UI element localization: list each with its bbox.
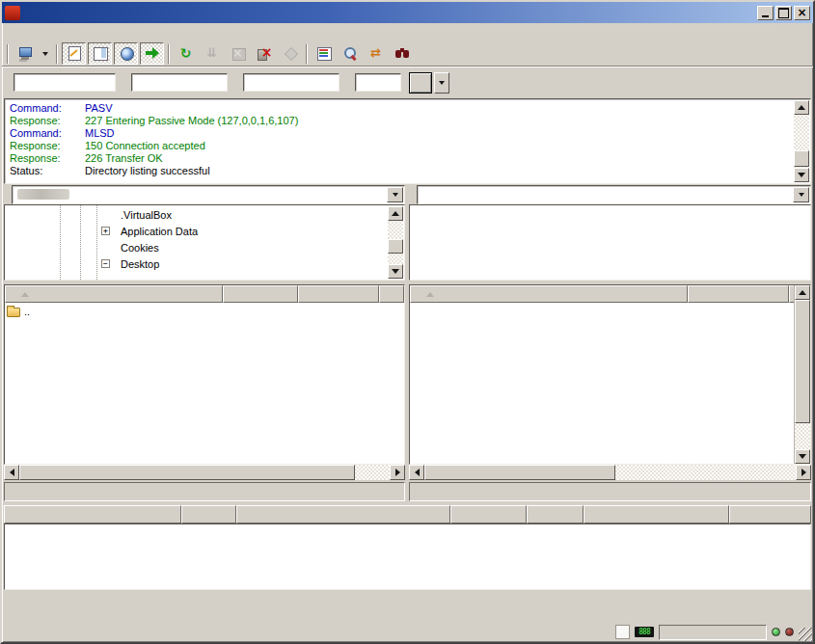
- cancel[interactable]: [226, 42, 250, 65]
- sync-browse[interactable]: [364, 42, 388, 65]
- message-log: Command: PASV Response: 227 Entering Pas…: [4, 98, 811, 184]
- disconnect[interactable]: [252, 42, 276, 65]
- queue-list[interactable]: [4, 523, 811, 590]
- title-bar: [2, 2, 813, 23]
- scroll-left-button[interactable]: [409, 465, 424, 480]
- queue-column-server-local-file[interactable]: [4, 505, 181, 523]
- find[interactable]: [390, 42, 414, 65]
- remote-directory-tree: [409, 204, 811, 281]
- username-input[interactable]: [131, 73, 228, 92]
- file-name: ..: [24, 306, 222, 317]
- log-line-text: MLSD: [85, 127, 115, 140]
- toolbar-icon: [144, 45, 161, 62]
- local-site-row: [4, 184, 405, 204]
- column-header-filename[interactable]: [410, 285, 688, 303]
- queue-column-priority[interactable]: [527, 505, 584, 523]
- port-input[interactable]: [355, 73, 401, 92]
- scroll-up-button[interactable]: [795, 285, 810, 300]
- menu-item[interactable]: [73, 23, 91, 41]
- menu-item[interactable]: [21, 23, 39, 41]
- reconnect[interactable]: [278, 42, 302, 65]
- arrow-down-icon: [798, 173, 805, 181]
- maximize-button[interactable]: [775, 6, 792, 20]
- menu-item[interactable]: [39, 23, 56, 41]
- scrollbar-thumb[interactable]: [424, 465, 615, 480]
- password-input[interactable]: [243, 73, 340, 92]
- local-path-combobox[interactable]: [12, 185, 405, 204]
- tree-item[interactable]: + Application Data: [6, 223, 387, 239]
- filter[interactable]: [312, 42, 336, 65]
- scrollbar-thumb[interactable]: [19, 465, 355, 480]
- tree-item[interactable]: − Desktop: [6, 255, 387, 272]
- scroll-up-button[interactable]: [388, 206, 403, 221]
- tree-expander[interactable]: +: [101, 227, 110, 235]
- site-manager-dropdown[interactable]: [39, 42, 52, 65]
- log-scrollbar[interactable]: [794, 100, 809, 182]
- column-header-filesize[interactable]: [688, 285, 789, 303]
- scroll-right-button[interactable]: [796, 465, 811, 480]
- log-line-label: Command:: [10, 102, 85, 115]
- column-header-filename[interactable]: [5, 285, 223, 303]
- scroll-down-button[interactable]: [794, 168, 809, 182]
- arrow-down-icon: [799, 454, 806, 463]
- column-header-filetype[interactable]: [298, 285, 379, 303]
- scrollbar-thumb[interactable]: [388, 239, 403, 254]
- remote-path-combobox[interactable]: [417, 185, 811, 204]
- remote-vertical-scrollbar[interactable]: [794, 285, 810, 464]
- local-tree-scrollbar[interactable]: [388, 206, 403, 279]
- quickconnect-button[interactable]: [409, 72, 432, 94]
- scroll-down-button[interactable]: [388, 264, 403, 279]
- queue-column-direction[interactable]: [181, 505, 236, 523]
- log-line-label: Response:: [10, 152, 85, 165]
- local-path-dropdown-button[interactable]: [387, 187, 403, 202]
- queue-size-status: [659, 625, 767, 640]
- toggle-queue[interactable]: [140, 42, 164, 65]
- remote-horizontal-scrollbar[interactable]: [409, 465, 811, 480]
- scrollbar-thumb[interactable]: [794, 150, 809, 167]
- quickconnect-dropdown-button[interactable]: [434, 72, 449, 94]
- tree-item[interactable]: .VirtualBox: [6, 206, 387, 223]
- menu-item[interactable]: [56, 23, 73, 41]
- menu-item[interactable]: [91, 23, 108, 41]
- compare[interactable]: [338, 42, 362, 65]
- tree-item[interactable]: Cookies: [6, 239, 387, 255]
- scroll-down-button[interactable]: [795, 449, 810, 464]
- remote-path-dropdown-button[interactable]: [793, 187, 809, 202]
- arrow-right-icon: [395, 469, 404, 476]
- scroll-right-button[interactable]: [390, 465, 405, 480]
- host-input[interactable]: [14, 73, 116, 92]
- process-queue[interactable]: [200, 42, 224, 65]
- scrollbar-thumb[interactable]: [795, 300, 810, 423]
- log-line-label: Command:: [10, 127, 85, 140]
- refresh[interactable]: [174, 42, 198, 65]
- recv-activity-led: [772, 628, 780, 636]
- menu-item[interactable]: [108, 23, 125, 41]
- toggle-remote-tree[interactable]: [114, 42, 138, 65]
- queue-column-remote-file[interactable]: [236, 505, 450, 523]
- close-button[interactable]: [794, 6, 810, 20]
- speed-limits-icon[interactable]: 888: [635, 627, 654, 637]
- menu-item[interactable]: [4, 23, 21, 41]
- local-horizontal-scrollbar[interactable]: [4, 465, 405, 480]
- toggle-local-tree[interactable]: [88, 42, 112, 65]
- minimize-button[interactable]: [757, 6, 774, 20]
- data-type-icon[interactable]: [615, 625, 630, 639]
- resize-grip-icon[interactable]: [799, 628, 812, 641]
- scroll-up-button[interactable]: [794, 100, 809, 115]
- file-type-icon: [7, 308, 20, 317]
- column-header-filesize[interactable]: [223, 285, 298, 303]
- queue-column-size[interactable]: [450, 505, 527, 523]
- toolbar-button: [7, 44, 9, 64]
- scroll-left-button[interactable]: [4, 465, 19, 480]
- site-manager[interactable]: [13, 42, 37, 65]
- toggle-message-log[interactable]: [62, 42, 86, 65]
- tree-expander[interactable]: −: [101, 259, 110, 268]
- queue-column-status[interactable]: [584, 505, 729, 523]
- toolbar-button: [56, 44, 58, 64]
- queue-header: [4, 505, 811, 523]
- arrow-right-icon: [801, 469, 810, 476]
- column-header-last-modified[interactable]: [379, 285, 404, 303]
- log-line-label: Response:: [10, 115, 85, 127]
- ..[interactable]: ..: [5, 303, 404, 319]
- local-file-list: ..: [4, 284, 405, 465]
